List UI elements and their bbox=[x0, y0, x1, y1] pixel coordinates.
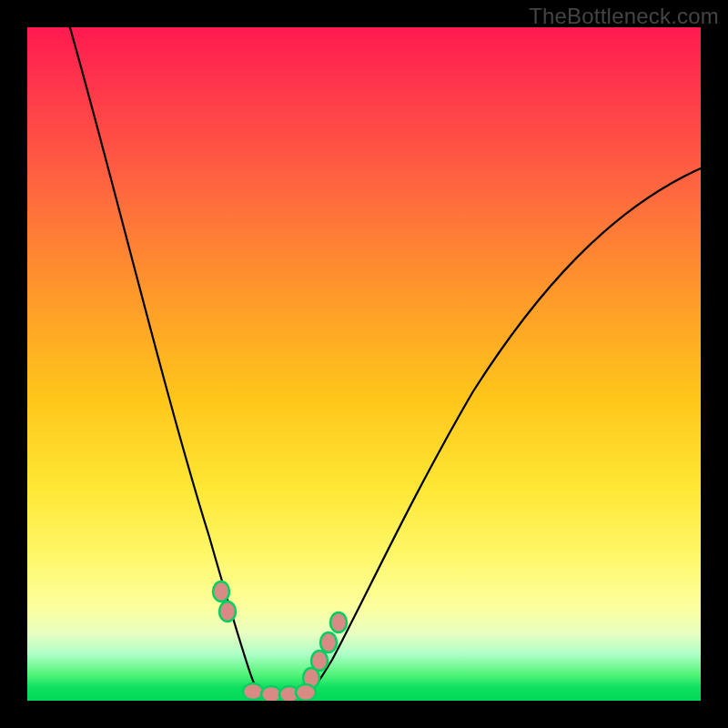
watermark-text: TheBottleneck.com bbox=[529, 4, 719, 29]
left-beads bbox=[213, 581, 236, 622]
bottom-beads bbox=[243, 683, 316, 701]
svg-point-9 bbox=[296, 684, 316, 701]
right-beads bbox=[303, 612, 347, 688]
svg-point-4 bbox=[320, 632, 337, 652]
svg-point-0 bbox=[213, 581, 229, 602]
svg-point-7 bbox=[261, 686, 281, 701]
svg-point-5 bbox=[330, 612, 347, 632]
curve-right bbox=[300, 168, 701, 699]
svg-point-6 bbox=[243, 683, 263, 700]
curve-left bbox=[67, 27, 266, 699]
svg-point-1 bbox=[219, 602, 236, 622]
chart-plot-area bbox=[27, 27, 701, 701]
svg-point-3 bbox=[311, 651, 328, 671]
chart-svg bbox=[27, 27, 701, 701]
